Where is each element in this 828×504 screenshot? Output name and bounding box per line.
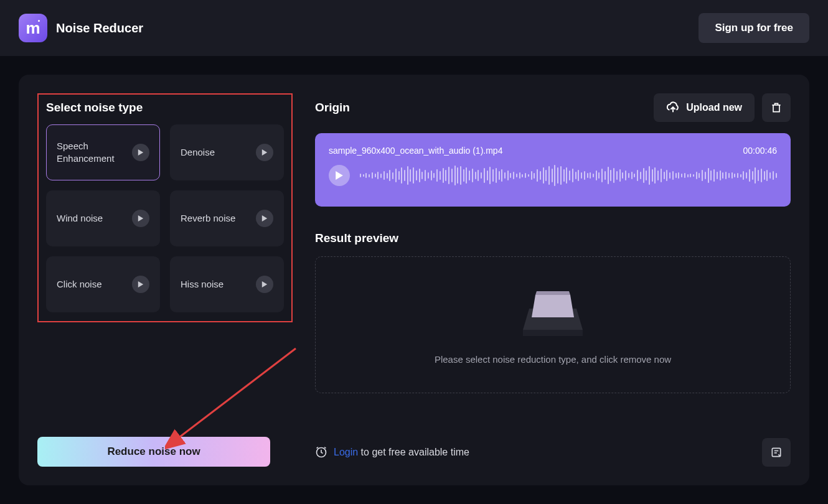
waveform[interactable] <box>360 164 777 187</box>
play-icon <box>138 149 144 156</box>
upload-label: Upload new <box>686 102 742 113</box>
svg-marker-8 <box>336 171 343 180</box>
file-name: sample_960x400_ocean_with_audio (1).mp4 <box>329 146 502 156</box>
file-duration: 00:00:46 <box>743 146 778 156</box>
noise-option-click-noise[interactable]: Click noise <box>46 256 160 312</box>
play-icon <box>138 281 144 287</box>
preview-play-button[interactable] <box>132 210 149 227</box>
signup-button[interactable]: Sign up for free <box>699 13 809 43</box>
play-icon <box>335 171 344 180</box>
noise-type-grid: SpeechEnhancementDenoiseWind noiseReverb… <box>46 124 284 312</box>
noise-option-label: Reverb noise <box>181 212 235 225</box>
app-logo: m <box>19 14 47 42</box>
result-preview-box: Please select noise reduction type, and … <box>315 256 791 393</box>
svg-marker-0 <box>138 149 143 156</box>
noise-option-speech-enhancement[interactable]: SpeechEnhancement <box>46 124 160 180</box>
origin-title: Origin <box>315 101 350 114</box>
svg-marker-5 <box>262 281 267 287</box>
play-icon <box>261 149 268 156</box>
reduce-noise-button[interactable]: Reduce noise now <box>37 437 270 467</box>
noise-option-label: Hiss noise <box>181 278 223 291</box>
noise-option-hiss-noise[interactable]: Hiss noise <box>170 256 284 312</box>
noise-option-denoise[interactable]: Denoise <box>170 124 284 180</box>
result-title: Result preview <box>315 231 791 245</box>
empty-tray-icon <box>522 285 584 338</box>
noise-option-label: Click noise <box>57 278 102 291</box>
svg-marker-3 <box>262 215 267 222</box>
noise-option-label: SpeechEnhancement <box>57 140 115 166</box>
noise-option-wind-noise[interactable]: Wind noise <box>46 190 160 246</box>
preview-play-button[interactable] <box>132 144 149 161</box>
preview-play-button[interactable] <box>132 276 149 293</box>
play-icon <box>261 281 268 287</box>
origin-actions: Upload new <box>654 93 791 122</box>
login-row: Login to get free available time <box>315 446 469 459</box>
svg-marker-12 <box>535 291 570 295</box>
login-text: to get free available time <box>358 447 469 457</box>
audio-meta: sample_960x400_ocean_with_audio (1).mp4 … <box>329 146 777 156</box>
trash-icon <box>770 101 783 114</box>
upload-new-button[interactable]: Upload new <box>654 93 755 122</box>
right-panel: Origin Upload new sample_960x40 <box>315 93 791 467</box>
header: m Noise Reducer Sign up for free <box>0 0 828 56</box>
preview-play-button[interactable] <box>256 276 273 293</box>
login-link[interactable]: Login <box>334 447 358 457</box>
svg-marker-10 <box>523 330 583 336</box>
upload-icon <box>666 101 680 114</box>
header-left: m Noise Reducer <box>19 14 143 42</box>
left-wrap: Select noise type SpeechEnhancementDenoi… <box>37 93 293 467</box>
result-hint: Please select noise reduction type, and … <box>435 354 671 365</box>
origin-header: Origin Upload new <box>315 93 791 122</box>
audio-controls <box>329 164 777 187</box>
svg-marker-1 <box>262 149 267 156</box>
clock-icon <box>315 446 327 459</box>
annotation-highlight: Select noise type SpeechEnhancementDenoi… <box>37 93 293 322</box>
preview-play-button[interactable] <box>256 144 273 161</box>
noise-option-reverb-noise[interactable]: Reverb noise <box>170 190 284 246</box>
feedback-button[interactable] <box>762 438 791 467</box>
play-icon <box>138 215 144 222</box>
noise-option-label: Denoise <box>181 146 215 159</box>
svg-marker-4 <box>138 281 143 287</box>
preview-play-button[interactable] <box>256 210 273 227</box>
left-panel: Select noise type SpeechEnhancementDenoi… <box>37 93 293 467</box>
svg-marker-13 <box>532 317 574 321</box>
footer-row: Login to get free available time <box>315 403 791 467</box>
noise-type-title: Select noise type <box>46 101 284 114</box>
feedback-icon <box>770 446 783 459</box>
audio-player: sample_960x400_ocean_with_audio (1).mp4 … <box>315 133 791 207</box>
svg-marker-2 <box>138 215 143 222</box>
main-panel: Select noise type SpeechEnhancementDenoi… <box>19 75 809 485</box>
delete-button[interactable] <box>762 93 791 122</box>
svg-marker-11 <box>532 295 574 317</box>
app-title: Noise Reducer <box>56 21 143 35</box>
play-button[interactable] <box>329 165 350 186</box>
noise-option-label: Wind noise <box>57 212 103 225</box>
play-icon <box>261 215 268 222</box>
svg-line-7 <box>177 348 296 439</box>
